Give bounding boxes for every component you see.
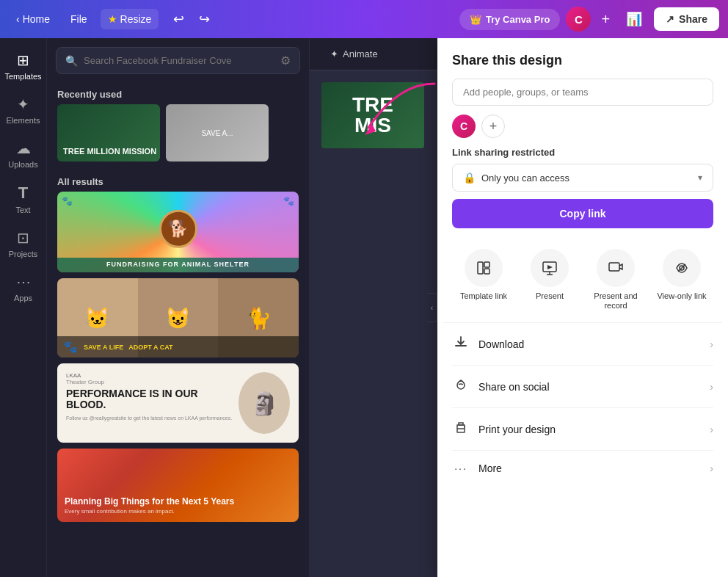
more-chevron: ›: [710, 462, 713, 474]
download-icon: [452, 335, 470, 353]
apps-icon: ⋯: [16, 273, 31, 291]
avatar-letter: C: [575, 13, 583, 26]
share-social-chevron: ›: [710, 381, 713, 393]
search-input[interactable]: [84, 55, 274, 66]
recent-card-1-text: TREE MILLION MISSION: [63, 147, 156, 156]
redo-button[interactable]: ↪: [193, 8, 216, 30]
canvas-preview[interactable]: TRE MIS: [321, 82, 424, 148]
try-pro-button[interactable]: 👑 Try Canva Pro: [459, 9, 560, 30]
share-option-view-only[interactable]: View-only link: [650, 249, 713, 311]
action-print[interactable]: Print your design ›: [443, 410, 722, 449]
template-card-performance[interactable]: LKAA Theater Group PERFORMANCE IS IN OUR…: [57, 363, 299, 443]
sidebar-item-label: Templates: [4, 72, 41, 81]
canvas-area: ✦ Animate TRE MIS ‹ Share this design: [310, 38, 728, 577]
share-avatar[interactable]: C: [452, 115, 476, 138]
add-button[interactable]: +: [597, 8, 614, 31]
sidebar-item-uploads[interactable]: ☁ Uploads: [2, 132, 45, 176]
file-label: File: [70, 13, 87, 25]
print-icon: [452, 420, 470, 438]
svg-rect-0: [478, 262, 483, 274]
left-sidebar: ⊞ Templates ✦ Elements ☁ Uploads T Text …: [0, 38, 47, 577]
recent-card-1[interactable]: TREE MILLION MISSION: [57, 104, 160, 162]
sidebar-item-apps[interactable]: ⋯ Apps: [2, 266, 45, 310]
undo-redo-group: ↩ ↪: [167, 8, 216, 30]
perf-subtitle: Follow us @reallygreatsite to get the la…: [66, 415, 233, 421]
share-option-template-link[interactable]: Template link: [452, 249, 515, 311]
share-avatar-letter: C: [460, 120, 467, 132]
crown-icon: 👑: [470, 14, 481, 25]
copy-link-button[interactable]: Copy link: [452, 199, 713, 228]
divider-2: [452, 407, 713, 408]
sidebar-item-projects[interactable]: ⊡ Projects: [2, 222, 45, 266]
undo-button[interactable]: ↩: [167, 8, 190, 30]
share-social-label: Share on social: [478, 381, 701, 393]
animate-label: Animate: [343, 48, 378, 59]
home-label: Home: [23, 13, 50, 25]
search-bar: 🔍 ⚙: [56, 47, 300, 74]
template-card-planning[interactable]: Planning Big Things for the Next 5 Years…: [57, 449, 299, 522]
share-title: Share this design: [452, 53, 713, 68]
text-icon: T: [18, 184, 28, 203]
perf-tag2: Theater Group: [66, 379, 233, 385]
svg-rect-12: [459, 423, 463, 425]
action-download[interactable]: Download ›: [443, 324, 722, 363]
projects-icon: ⊡: [17, 229, 29, 247]
template-card-cats[interactable]: 🐱 😺 🐈 🐾 SAVE A LIFE ADOPT A CAT: [57, 278, 299, 358]
analytics-button[interactable]: 📊: [620, 7, 648, 32]
recent-card-2[interactable]: SAVE A...: [166, 104, 269, 162]
try-pro-label: Try Canva Pro: [486, 14, 550, 25]
share-button[interactable]: ↗ Share: [654, 7, 719, 31]
planning-title: Planning Big Things for the Next 5 Years: [65, 496, 234, 507]
share-header: Share this design C +: [437, 38, 728, 147]
preview-line1: TRE: [352, 95, 393, 115]
animate-button[interactable]: ✦ Animate: [321, 44, 387, 64]
cats-text: SAVE A LIFE ADOPT A CAT: [84, 344, 173, 351]
svg-rect-2: [484, 269, 489, 274]
template-link-label: Template link: [460, 291, 507, 301]
action-share-social[interactable]: Share on social ›: [443, 367, 722, 406]
template-card-animal[interactable]: 🐕 FUNDRAISING FOR ANIMAL SHELTER 🐾 🐾: [57, 192, 299, 272]
link-label: Link sharing restricted: [452, 147, 713, 158]
svg-rect-11: [457, 429, 465, 432]
avatar-row: C +: [452, 115, 713, 138]
sidebar-item-elements[interactable]: ✦ Elements: [2, 88, 45, 132]
share-icon: ↗: [666, 13, 674, 25]
share-option-present-record[interactable]: Present and record: [584, 249, 647, 311]
present-record-icon: [597, 249, 635, 287]
resize-button[interactable]: ★ Resize: [101, 9, 159, 29]
template-link-icon: [465, 249, 503, 287]
action-more[interactable]: ··· More ›: [443, 452, 722, 485]
sidebar-item-templates[interactable]: ⊞ Templates: [2, 44, 45, 88]
access-label: Only you can access: [481, 173, 692, 184]
present-icon: [531, 249, 569, 287]
sidebar-item-label: Apps: [14, 294, 32, 302]
sidebar-item-label: Text: [15, 206, 30, 214]
top-navigation: ‹ Home File ★ Resize ↩ ↪ 👑 Try Canva Pro…: [0, 0, 728, 38]
uploads-icon: ☁: [16, 139, 31, 157]
home-button[interactable]: ‹ Home: [9, 9, 57, 29]
svg-rect-10: [455, 345, 467, 346]
search-icon: 🔍: [65, 55, 78, 67]
sidebar-item-text[interactable]: T Text: [2, 176, 45, 222]
divider-3: [452, 450, 713, 451]
perf-image: 🗿: [239, 372, 290, 434]
recently-used-title: Recently used: [47, 83, 309, 104]
view-only-icon: [663, 249, 701, 287]
people-input[interactable]: [452, 79, 713, 106]
preview-line2: MIS: [352, 115, 393, 136]
sidebar-item-label: Elements: [7, 116, 40, 125]
file-menu[interactable]: File: [63, 9, 95, 29]
collapse-panel-button[interactable]: ‹: [427, 293, 437, 322]
share-options-grid: Template link Present: [437, 249, 728, 322]
lock-icon: 🔒: [463, 172, 476, 184]
download-chevron: ›: [710, 338, 713, 350]
paw-icon-tl: 🐾: [62, 196, 73, 206]
add-person-button[interactable]: +: [481, 115, 505, 138]
recent-card-2-label: SAVE A...: [198, 126, 236, 140]
share-option-present[interactable]: Present: [518, 249, 581, 311]
user-avatar[interactable]: C: [566, 7, 591, 32]
filter-icon[interactable]: ⚙: [280, 54, 291, 68]
paw-icon-tr: 🐾: [283, 196, 294, 206]
chevron-down-icon: ▾: [698, 173, 702, 183]
link-access-dropdown[interactable]: 🔒 Only you can access ▾: [452, 164, 713, 192]
